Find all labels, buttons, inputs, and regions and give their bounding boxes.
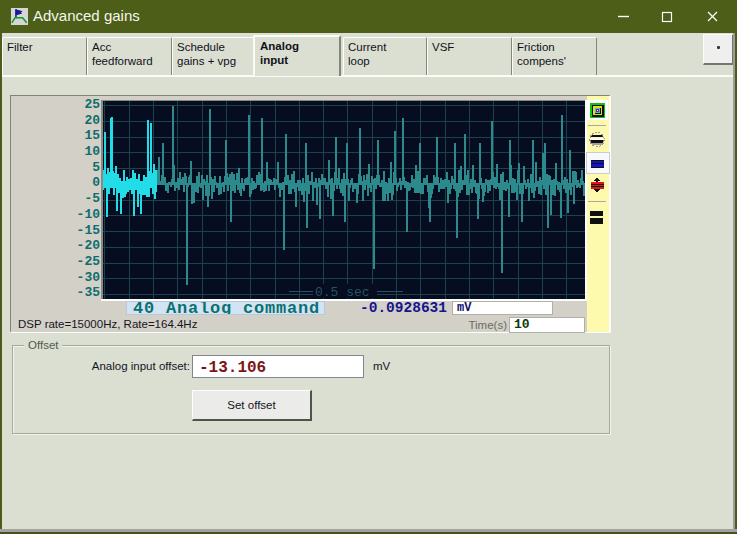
svg-text:0.5 sec: 0.5 sec	[315, 285, 370, 299]
